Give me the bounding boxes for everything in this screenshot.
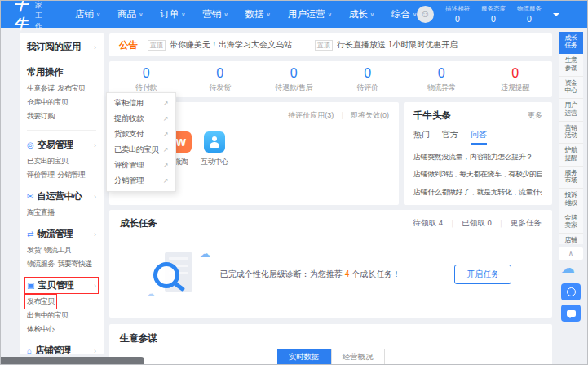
link-sycm[interactable]: 生意参谋 bbox=[27, 83, 55, 94]
dock-service-market[interactable]: 服务市场 bbox=[559, 167, 583, 189]
magnifier-document-illustration: ☁ ☁ bbox=[150, 249, 210, 300]
headline-title: 千牛头条 bbox=[413, 109, 451, 122]
alarm-button[interactable] bbox=[561, 283, 581, 300]
app-interaction-center[interactable]: 互动中心 bbox=[197, 131, 232, 167]
link-publish-item-2[interactable]: 发布宝贝 bbox=[27, 296, 55, 307]
menu-item-shopkeeper-credit[interactable]: 掌柜信用↗ bbox=[107, 96, 175, 111]
headline-list-item[interactable]: 店铺做到3钻，每天都在烧车，有极少的自然流量.. bbox=[413, 169, 542, 180]
dock-collapse-button[interactable]: ∧ bbox=[559, 247, 583, 260]
tab-business-overview[interactable]: 经营概况 bbox=[331, 349, 385, 365]
pinned-badge: 置顶 bbox=[315, 40, 333, 51]
link-health-center[interactable]: 体检中心 bbox=[27, 324, 55, 335]
announcement-item[interactable]: 置顶 行长直播放送 1小时限时优惠开启 bbox=[315, 39, 458, 51]
link-review-manage[interactable]: 评价管理 bbox=[27, 170, 55, 180]
headline-list-item[interactable]: 店铺什么都做好了，就是无转化，流量什么都有？ bbox=[413, 187, 542, 198]
dock-shop-data[interactable]: 店铺数据 bbox=[559, 234, 583, 244]
chevron-down-icon[interactable] bbox=[553, 13, 559, 20]
cloud-sync-icon[interactable]: ☁ bbox=[561, 260, 575, 277]
menu-item-payment[interactable]: 货款支付↗ bbox=[107, 127, 175, 142]
section-transaction: ◎ 交易管理 › 已卖出的宝贝 评价管理 分销管理 bbox=[27, 139, 96, 182]
pending-review-apps-link[interactable]: 待评价应用(3) bbox=[288, 110, 334, 121]
link-send-express[interactable]: 我要寄快递 bbox=[58, 259, 92, 269]
link-taobao-live[interactable]: 淘宝直播 bbox=[27, 207, 55, 218]
nav-marketing[interactable]: 营销 bbox=[202, 8, 228, 20]
dock-complaint-rights[interactable]: 投诉维权 bbox=[559, 189, 583, 211]
sidebar-item-subscribed-apps[interactable]: 我订阅的应用 › bbox=[27, 41, 96, 53]
transaction-icon: ◎ bbox=[27, 140, 34, 149]
stat-pending-review[interactable]: 0 待评价 bbox=[331, 66, 405, 93]
dock-business-advisor[interactable]: 生意参谋 bbox=[559, 54, 583, 76]
stat-pending-shipment[interactable]: 0 待发货 bbox=[183, 66, 258, 93]
external-link-icon: ↗ bbox=[163, 146, 168, 154]
sidebar-item-transaction[interactable]: ◎ 交易管理 › bbox=[27, 139, 96, 151]
dsr-description-score: 描述相符 0 bbox=[445, 5, 470, 24]
sidebar-item-item-manage[interactable]: ▣ 宝贝管理 › bbox=[27, 279, 96, 292]
link-logistics-tools[interactable]: 物流工具 bbox=[44, 245, 72, 256]
dock-escort-alert[interactable]: 护航提醒 bbox=[559, 144, 583, 166]
nav-goods[interactable]: 商品 bbox=[117, 8, 143, 20]
menu-item-advance-collection[interactable]: 提前收款↗ bbox=[107, 111, 175, 127]
chat-button[interactable] bbox=[561, 305, 581, 322]
external-link-icon: ↗ bbox=[163, 100, 168, 107]
stat-logistics-abnormal[interactable]: 0 物流异常 bbox=[405, 66, 479, 93]
nav-orders[interactable]: 订单 bbox=[160, 8, 185, 20]
menu-item-sold-items[interactable]: 已卖出的宝贝↗ bbox=[107, 142, 175, 158]
pending-claim-link[interactable]: 待领取 4 bbox=[413, 218, 443, 229]
start-task-button[interactable]: 开启任务 bbox=[454, 265, 511, 284]
announcement-item[interactable]: 置顶 带你赚美元！出海学习大会义乌站 bbox=[148, 39, 292, 51]
link-warehouse-items[interactable]: 仓库中的宝贝 bbox=[27, 97, 68, 108]
link-order-service[interactable]: 我要订购 bbox=[27, 111, 55, 122]
stat-violation-alert[interactable]: 0 违规提醒 bbox=[479, 66, 553, 93]
dock-growth-tasks[interactable]: 成长任务 bbox=[559, 32, 583, 54]
headline-list-item[interactable]: 店铺突然没流量，内容能力怎么提升？ bbox=[413, 152, 542, 162]
bottom-left-overlay bbox=[1, 357, 144, 364]
headline-more-link[interactable]: 更多 bbox=[528, 110, 542, 121]
dock-user-operation[interactable]: 用户运营 bbox=[559, 99, 583, 121]
chevron-right-icon: › bbox=[94, 193, 96, 201]
stat-pending-refund[interactable]: 0 待退款/售后 bbox=[257, 66, 331, 93]
tab-hot[interactable]: 热门 bbox=[413, 129, 430, 140]
more-tasks-link[interactable]: 更多任务 bbox=[511, 218, 542, 229]
tab-official[interactable]: 官方 bbox=[442, 129, 458, 140]
tab-realtime-data[interactable]: 实时数据 bbox=[277, 349, 331, 365]
dock-marketing-activity[interactable]: 营销活动 bbox=[559, 122, 583, 144]
external-link-icon: ↗ bbox=[163, 162, 168, 169]
business-title: 生意参谋 bbox=[120, 332, 542, 345]
dsr-logistics-score: 物流服务 0 bbox=[517, 5, 542, 24]
stat-pending-payment[interactable]: 0 待付款 bbox=[109, 66, 183, 93]
qianniu-headline-card: 千牛头条 更多 热门 官方 问答 店铺突然没流量，内容能力怎么提升？ 店铺做到3… bbox=[404, 102, 552, 205]
external-link-icon: ↗ bbox=[163, 115, 168, 122]
link-distribution-manage[interactable]: 分销管理 bbox=[58, 170, 86, 180]
dock-funds-center[interactable]: 资金中心 bbox=[559, 77, 583, 99]
external-link-icon: ↗ bbox=[163, 131, 168, 138]
sidebar-item-shop-manage[interactable]: ⌂ 店铺管理 › bbox=[27, 345, 96, 354]
divider bbox=[27, 130, 96, 131]
nav-growth[interactable]: 成长 bbox=[349, 8, 374, 20]
sidebar-item-logistics[interactable]: ⇄ 物流管理 › bbox=[27, 228, 96, 240]
nav-shop[interactable]: 店铺 bbox=[75, 8, 100, 20]
logistics-icon: ⇄ bbox=[27, 229, 33, 238]
sidebar-item-self-operation[interactable]: ✉ 自运营中心 › bbox=[27, 190, 96, 203]
headline-tabs: 热门 官方 问答 bbox=[413, 129, 542, 145]
link-sold-items[interactable]: 已卖出的宝贝 bbox=[27, 156, 68, 167]
expiring-apps-link[interactable]: 即将失效(0) bbox=[351, 110, 389, 121]
user-avatar[interactable]: ☺ bbox=[417, 6, 434, 23]
item-manage-icon: ▣ bbox=[27, 281, 34, 290]
nav-data[interactable]: 数据 bbox=[245, 8, 271, 20]
tab-qa[interactable]: 问答 bbox=[471, 129, 487, 140]
section-item-manage: ▣ 宝贝管理 › 发布宝贝 出售中的宝贝 体检中心 bbox=[27, 279, 96, 336]
link-onsale-items[interactable]: 出售中的宝贝 bbox=[27, 310, 68, 321]
chevron-up-icon: ∧ bbox=[568, 250, 573, 257]
nav-misc[interactable]: 综合 bbox=[391, 8, 417, 20]
link-ship[interactable]: 发货 bbox=[27, 245, 41, 256]
menu-item-review-manage[interactable]: 评价管理↗ bbox=[107, 158, 175, 173]
shop-manage-icon: ⌂ bbox=[27, 346, 32, 354]
link-publish-item[interactable]: 发布宝贝 bbox=[58, 83, 86, 94]
common-actions-links: 生意参谋 发布宝贝 仓库中的宝贝 我要订购 bbox=[27, 82, 96, 123]
link-logistics-service[interactable]: 物流服务 bbox=[27, 259, 55, 269]
growth-title: 成长任务 bbox=[120, 217, 157, 229]
nav-user-operation[interactable]: 用户运营 bbox=[288, 8, 332, 20]
menu-item-distribution-manage[interactable]: 分销管理↗ bbox=[107, 173, 175, 189]
dock-gold-seller[interactable]: 金牌卖家 bbox=[559, 211, 583, 234]
claimed-link[interactable]: 已领取 0 bbox=[462, 218, 491, 229]
